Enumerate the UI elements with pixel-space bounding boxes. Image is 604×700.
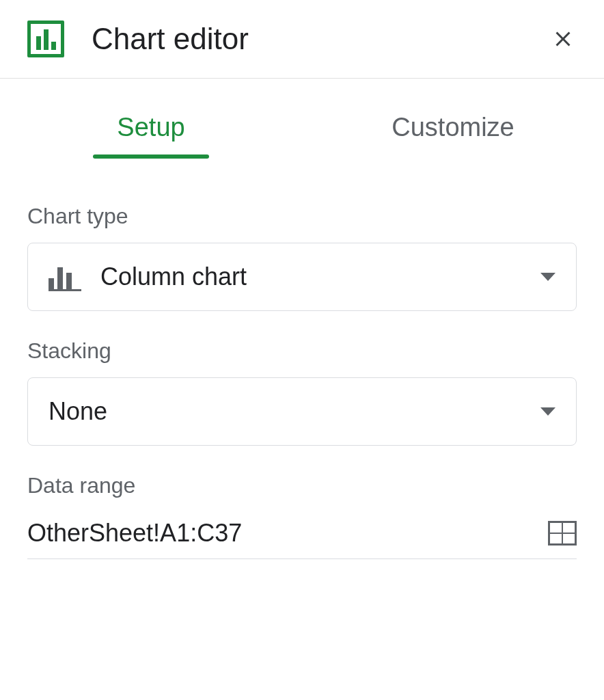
close-icon (551, 27, 575, 51)
chevron-down-icon (540, 407, 555, 416)
data-range-row (27, 512, 577, 559)
data-range-label: Data range (27, 473, 577, 498)
column-chart-icon (49, 262, 81, 291)
chart-type-dropdown[interactable]: Column chart (27, 243, 577, 311)
setup-content: Chart type Column chart Stacking None Da… (0, 156, 604, 559)
close-button[interactable] (549, 25, 577, 53)
data-range-input[interactable] (27, 512, 534, 554)
chevron-down-icon (540, 273, 555, 281)
tab-customize[interactable]: Customize (302, 92, 604, 156)
stacking-dropdown[interactable]: None (27, 377, 577, 446)
tabs: Setup Customize (0, 92, 604, 156)
stacking-value: None (49, 397, 540, 426)
chart-type-label: Chart type (27, 204, 577, 229)
chart-editor-header: Chart editor (0, 0, 604, 79)
stacking-label: Stacking (27, 338, 577, 364)
select-data-range-button[interactable] (548, 521, 577, 546)
chart-icon (27, 21, 64, 57)
panel-title: Chart editor (92, 22, 549, 56)
chart-type-value: Column chart (100, 262, 540, 291)
tab-setup[interactable]: Setup (0, 92, 302, 156)
